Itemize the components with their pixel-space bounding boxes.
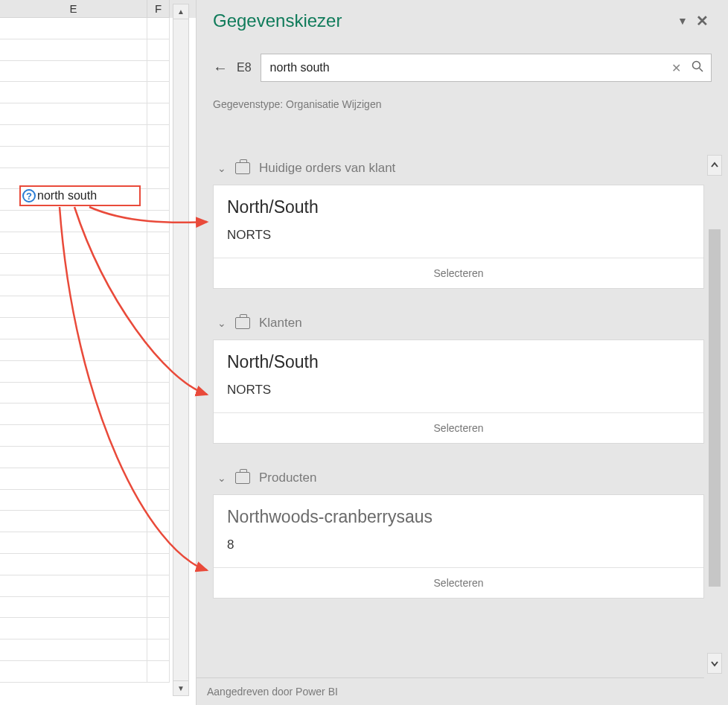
back-arrow-icon[interactable]: ← — [213, 60, 228, 77]
cell-reference-label: E8 — [237, 61, 252, 74]
briefcase-icon — [235, 317, 250, 329]
briefcase-icon — [235, 472, 250, 484]
search-input[interactable] — [269, 60, 667, 75]
search-box[interactable]: ✕ — [261, 54, 712, 82]
spreadsheet-grid[interactable]: E F ? north sout — [0, 0, 197, 705]
result-card[interactable]: Northwoods-cranberrysaus 8 Selecteren — [213, 494, 704, 599]
datatype-label[interactable]: Gegevenstype: Organisatie Wijzigen — [197, 86, 728, 116]
chevron-down-icon[interactable]: ⌄ — [217, 162, 226, 174]
result-subtitle: NORTS — [227, 383, 690, 398]
scrollbar-thumb[interactable] — [709, 229, 721, 587]
chevron-down-icon[interactable]: ⌄ — [217, 472, 226, 484]
select-button[interactable]: Selecteren — [214, 258, 703, 288]
panel-title: Gegevenskiezer — [213, 10, 673, 31]
col-header-f[interactable]: F — [147, 0, 170, 18]
scroll-down-icon[interactable] — [707, 653, 722, 674]
section-header-customers[interactable]: ⌄ Klanten — [213, 310, 704, 339]
result-card[interactable]: North/South NORTS Selecteren — [213, 185, 704, 289]
scroll-up-icon[interactable] — [707, 155, 722, 176]
panel-close-icon[interactable]: ✕ — [692, 12, 712, 30]
sheet-vertical-scrollbar[interactable]: ▲ ▼ — [173, 4, 189, 696]
result-title: North/South — [227, 197, 690, 217]
panel-dropdown-icon[interactable]: ▼ — [673, 15, 692, 27]
results-container: ⌄ Huidige orders van klant North/South N… — [213, 155, 704, 674]
svg-line-1 — [700, 68, 703, 72]
chevron-down-icon[interactable]: ⌄ — [217, 317, 226, 329]
section-label: Producten — [259, 470, 317, 485]
clear-search-icon[interactable]: ✕ — [667, 61, 686, 75]
section-header-current-orders[interactable]: ⌄ Huidige orders van klant — [213, 155, 704, 185]
result-card[interactable]: North/South NORTS Selecteren — [213, 339, 704, 444]
select-button[interactable]: Selecteren — [214, 567, 703, 598]
result-title: Northwoods-cranberrysaus — [227, 507, 690, 527]
panel-header: Gegevenskiezer ▼ ✕ — [197, 0, 728, 39]
result-title: North/South — [227, 352, 690, 372]
section-label: Klanten — [259, 316, 302, 331]
col-header-e[interactable]: E — [0, 0, 147, 18]
data-selector-panel: Gegevenskiezer ▼ ✕ ← E8 ✕ Gegevenstype: … — [197, 0, 728, 705]
panel-vertical-scrollbar[interactable] — [707, 155, 722, 674]
result-subtitle: NORTS — [227, 228, 690, 243]
scroll-up-icon[interactable]: ▲ — [173, 4, 188, 19]
result-subtitle: 8 — [227, 537, 690, 552]
scroll-down-icon[interactable]: ▼ — [173, 680, 188, 695]
section-label: Huidige orders van klant — [259, 161, 395, 176]
panel-footer: Aangedreven door Power BI — [197, 677, 704, 705]
grid-body[interactable] — [0, 18, 196, 683]
select-button[interactable]: Selecteren — [214, 412, 703, 443]
column-headers: E F — [0, 0, 196, 18]
section-header-products[interactable]: ⌄ Producten — [213, 465, 704, 494]
briefcase-icon — [235, 162, 250, 174]
svg-point-0 — [693, 62, 700, 69]
search-row: ← E8 ✕ — [197, 39, 728, 86]
search-icon[interactable] — [686, 60, 703, 75]
